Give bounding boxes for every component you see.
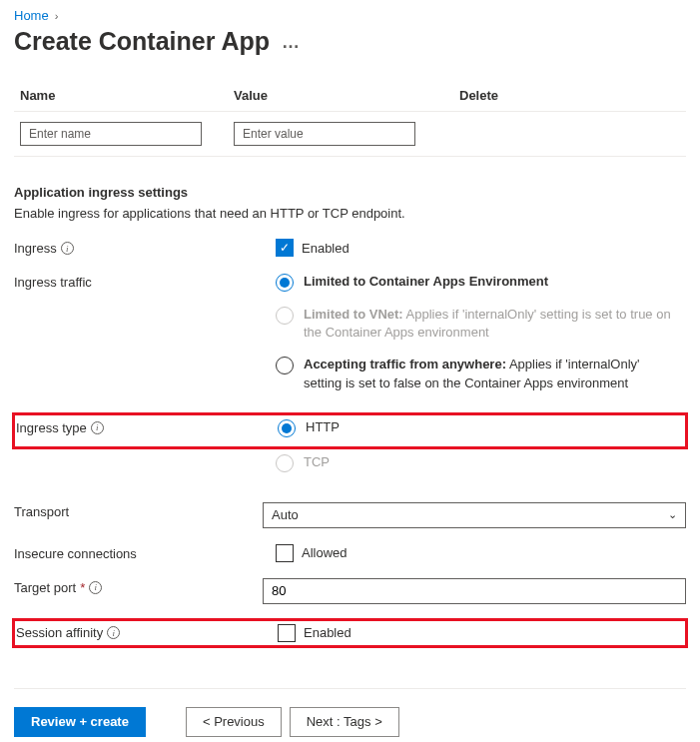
- ingress-enabled-label: Enabled: [302, 241, 350, 256]
- traffic-anywhere-radio[interactable]: [276, 357, 294, 374]
- info-icon[interactable]: i: [91, 421, 104, 434]
- session-affinity-enabled-label: Enabled: [304, 625, 351, 640]
- ingress-type-tcp-label: TCP: [304, 453, 336, 471]
- traffic-anywhere-label: Accepting traffic from anywhere: Applies…: [304, 356, 686, 391]
- wizard-footer: Review + create < Previous Next : Tags >: [14, 688, 686, 737]
- previous-button[interactable]: < Previous: [186, 707, 282, 737]
- env-table-header: Name Value Delete: [14, 80, 686, 112]
- insecure-allowed-label: Allowed: [302, 545, 348, 560]
- transport-label: Transport: [14, 502, 263, 519]
- info-icon[interactable]: i: [61, 242, 74, 255]
- more-actions-button[interactable]: …: [282, 33, 300, 51]
- info-icon[interactable]: i: [89, 581, 102, 594]
- traffic-limited-vnet-label: Limited to VNet: Applies if 'internalOnl…: [304, 306, 686, 342]
- insecure-allowed-checkbox[interactable]: ✓: [276, 544, 294, 562]
- transport-selected: Auto: [272, 507, 299, 522]
- next-button[interactable]: Next : Tags >: [290, 707, 399, 737]
- env-value-input[interactable]: [234, 122, 415, 146]
- traffic-limited-env-label: Limited to Container Apps Environment: [304, 273, 554, 291]
- section-title: Application ingress settings: [14, 185, 686, 200]
- insecure-label: Insecure connections: [14, 544, 276, 561]
- review-create-button[interactable]: Review + create: [14, 707, 146, 737]
- env-name-input[interactable]: [20, 122, 202, 146]
- traffic-limited-vnet-radio: [276, 307, 294, 325]
- session-affinity-checkbox[interactable]: ✓: [278, 624, 296, 642]
- transport-select[interactable]: Auto ⌄: [263, 502, 686, 528]
- ingress-type-label: Ingress type i: [16, 418, 278, 435]
- ingress-type-http-radio[interactable]: [278, 419, 296, 437]
- col-header-name: Name: [20, 88, 234, 103]
- session-affinity-label: Session affinity i: [16, 625, 278, 640]
- col-header-value: Value: [234, 88, 459, 103]
- chevron-down-icon: ⌄: [668, 508, 677, 521]
- traffic-limited-env-radio[interactable]: [276, 274, 294, 292]
- ingress-type-tcp-radio: [276, 454, 294, 472]
- ingress-traffic-label: Ingress traffic: [14, 273, 276, 290]
- ingress-label: Ingress i: [14, 239, 276, 256]
- env-table-row: [14, 112, 686, 157]
- page-title: Create Container App …: [14, 27, 686, 56]
- info-icon[interactable]: i: [107, 626, 120, 639]
- target-port-input[interactable]: [272, 583, 677, 598]
- chevron-right-icon: ›: [55, 10, 59, 22]
- target-port-label: Target port * i: [14, 578, 263, 595]
- breadcrumb: Home ›: [14, 8, 686, 23]
- ingress-enabled-checkbox[interactable]: ✓: [276, 239, 294, 257]
- col-header-delete: Delete: [459, 88, 680, 103]
- ingress-type-http-label: HTTP: [306, 418, 346, 436]
- section-subtitle: Enable ingress for applications that nee…: [14, 206, 686, 221]
- breadcrumb-home[interactable]: Home: [14, 8, 49, 23]
